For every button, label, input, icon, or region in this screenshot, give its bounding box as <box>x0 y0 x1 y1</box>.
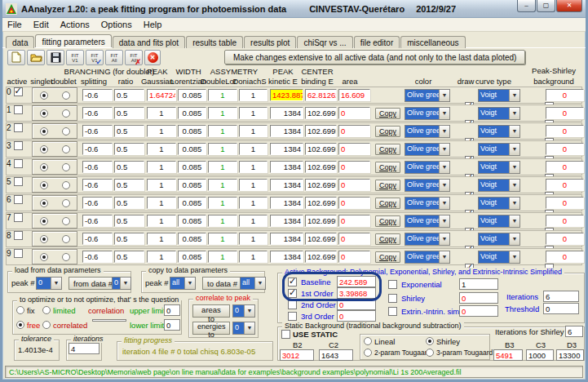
lorentzian-input[interactable]: 0.085 <box>178 89 206 101</box>
doublelor-input[interactable]: 1 <box>208 233 237 245</box>
chevron-down-icon[interactable]: ▼ <box>439 90 449 101</box>
color-dropdown[interactable]: Olive green ▼ <box>405 233 450 246</box>
peak-shirley-bg-input[interactable]: 0 <box>546 179 584 191</box>
area-input[interactable]: 0 <box>338 161 370 173</box>
open-file-button[interactable] <box>27 50 45 65</box>
chevron-down-icon[interactable]: ▼ <box>439 162 449 173</box>
ratio-input[interactable]: 0.5 <box>114 197 144 209</box>
lorentzian-input[interactable]: 0.085 <box>178 143 206 155</box>
area-input[interactable]: 0 <box>338 125 370 137</box>
color-dropdown[interactable]: Olive green ▼ <box>405 215 450 228</box>
active-checkbox[interactable] <box>14 159 23 168</box>
menu-options[interactable]: Options <box>101 20 132 29</box>
doniachs-input[interactable]: 1 <box>239 215 267 227</box>
threshold-input[interactable]: 0 <box>543 303 579 314</box>
fix-radio[interactable] <box>16 306 24 314</box>
peak-shirley-bg-input[interactable]: 0 <box>546 143 584 155</box>
fit-all-button[interactable]: FITAll <box>105 50 123 65</box>
doublet-radio[interactable] <box>62 91 70 100</box>
close-button[interactable]: ✕ <box>556 0 582 12</box>
peak-shirley-bg-input[interactable]: 0 <box>546 89 584 101</box>
doublelor-input[interactable]: 1 <box>208 197 237 209</box>
doniachs-input[interactable]: 1 <box>239 161 267 173</box>
area-input[interactable]: 0 <box>338 107 370 119</box>
kinetic-input[interactable]: 1384 <box>270 251 303 263</box>
to-data-button[interactable]: to data # <box>202 277 242 290</box>
from-data-dropdown[interactable]: 0 ▼ <box>112 277 131 290</box>
tab-data[interactable]: data <box>6 36 34 48</box>
doublelor-input[interactable]: 1 <box>208 215 237 227</box>
chevron-down-icon[interactable]: ▼ <box>439 251 449 263</box>
binding-input[interactable]: 102.6995 <box>305 179 337 191</box>
singlet-radio[interactable] <box>40 91 48 100</box>
lower-limit-input[interactable]: 0 <box>164 319 180 331</box>
color-dropdown[interactable]: Olive green ▼ <box>405 251 450 264</box>
ratio-input[interactable]: 0.5 <box>114 179 144 191</box>
second-order-checkbox[interactable] <box>288 300 297 309</box>
gaussian-input[interactable]: 1 <box>147 233 176 245</box>
areas-to-button[interactable]: areas to <box>192 304 230 318</box>
kinetic-input[interactable]: 1384 <box>270 107 303 119</box>
kinetic-input[interactable]: 1384 <box>270 161 303 173</box>
free-radio[interactable] <box>16 321 24 329</box>
three-param-radio[interactable] <box>426 349 434 357</box>
curve-type-dropdown[interactable]: Voigt ▼ <box>478 179 520 192</box>
curve-type-dropdown[interactable]: Voigt ▼ <box>478 125 520 138</box>
use-static-checkbox[interactable] <box>281 330 290 339</box>
splitting-input[interactable]: -0.6 <box>82 215 113 227</box>
load-peak-dropdown[interactable]: 0 ▼ <box>36 277 62 290</box>
doniachs-input[interactable]: 1 <box>239 233 267 245</box>
new-file-button[interactable] <box>7 50 25 65</box>
singlet-radio[interactable] <box>40 109 48 118</box>
copy-button[interactable]: Copy <box>375 215 400 227</box>
menu-file[interactable]: File <box>7 20 22 29</box>
lorentzian-input[interactable]: 0.085 <box>178 215 206 227</box>
singlet-radio[interactable] <box>40 181 48 189</box>
chevron-down-icon[interactable]: ▼ <box>509 162 519 173</box>
copy-button[interactable]: Copy <box>375 108 400 119</box>
d3-input[interactable]: 13300 <box>556 349 584 361</box>
energies-to-button[interactable]: energies to <box>192 322 230 335</box>
active-checkbox[interactable] <box>14 249 23 258</box>
chevron-down-icon[interactable]: ▼ <box>439 126 449 137</box>
areas-to-dropdown[interactable]: 0 ▼ <box>232 304 255 318</box>
tab-results-plot[interactable]: results plot <box>244 36 296 48</box>
doublet-radio[interactable] <box>62 199 70 207</box>
color-dropdown[interactable]: Olive green ▼ <box>405 125 450 138</box>
splitting-input[interactable]: -0.6 <box>82 179 113 191</box>
from-data-button[interactable]: from data # <box>69 277 117 290</box>
kinetic-input[interactable]: 1384 <box>270 233 303 245</box>
kinetic-input[interactable]: 1384 <box>270 125 303 137</box>
lineal-radio[interactable] <box>364 337 372 345</box>
lorentzian-input[interactable]: 0.085 <box>178 197 206 209</box>
peak-shirley-bg-input[interactable]: 0 <box>546 161 584 173</box>
iterations-value[interactable]: 4 <box>69 343 99 354</box>
doniachs-input[interactable]: 1 <box>239 251 267 263</box>
area-input[interactable]: 0 <box>338 143 370 155</box>
two-param-radio[interactable] <box>364 349 372 357</box>
active-checkbox[interactable] <box>14 123 23 132</box>
gaussian-input[interactable]: 1 <box>147 251 176 263</box>
peak-shirley-bg-input[interactable]: 0 <box>546 197 584 209</box>
singlet-radio[interactable] <box>40 145 48 153</box>
splitting-input[interactable]: -0.6 <box>82 143 113 155</box>
splitting-input[interactable]: -0.6 <box>82 161 113 173</box>
peak-shirley-bg-input[interactable]: 0 <box>546 251 584 263</box>
singlet-radio[interactable] <box>40 235 48 243</box>
binding-input[interactable]: 102.6995 <box>305 215 337 227</box>
ratio-input[interactable]: 0.5 <box>114 143 144 155</box>
doublet-radio[interactable] <box>62 163 70 171</box>
binding-input[interactable]: 102.6995 <box>305 107 337 119</box>
active-checkbox[interactable] <box>14 231 23 240</box>
doniachs-input[interactable]: 1 <box>239 179 267 191</box>
copy-button[interactable]: Copy <box>375 144 400 155</box>
chevron-down-icon[interactable]: ▼ <box>120 278 130 289</box>
tab-results-table[interactable]: results table <box>186 36 243 48</box>
ratio-input[interactable]: 0.5 <box>114 233 144 245</box>
binding-input[interactable]: 102.6995 <box>305 125 337 137</box>
copy-button[interactable]: Copy <box>375 126 400 137</box>
maximize-button[interactable]: ▢ <box>537 0 555 12</box>
chevron-down-icon[interactable]: ▼ <box>509 90 519 101</box>
chevron-down-icon[interactable]: ▼ <box>439 108 449 119</box>
chevron-down-icon[interactable]: ▼ <box>509 144 519 155</box>
